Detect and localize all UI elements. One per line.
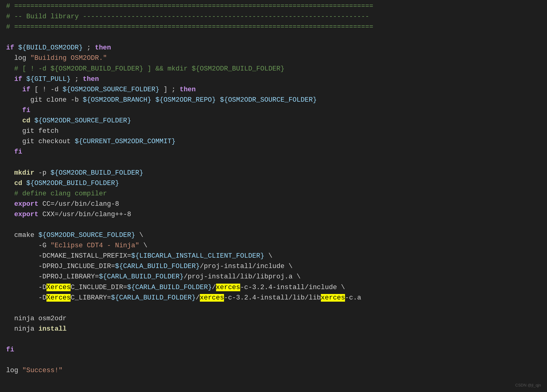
- code-line: -DPROJ_INCLUDE_DIR=${CARLA_BUILD_FOLDER}…: [6, 261, 541, 272]
- code-line: if [ ! -d ${OSM2ODR_SOURCE_FOLDER} ] ; t…: [6, 85, 541, 95]
- code-line: fi: [6, 105, 541, 116]
- code-line: [6, 355, 541, 365]
- code-line: mkdir -p ${OSM2ODR_BUILD_FOLDER}: [6, 168, 541, 178]
- code-line: git clone -b ${OSM2ODR_BRANCH} ${OSM2ODR…: [6, 95, 541, 105]
- code-line: log "Success!": [6, 365, 541, 376]
- code-line: if ${BUILD_OSM2ODR} ; then: [6, 43, 541, 53]
- code-line: -DCMAKE_INSTALL_PREFIX=${LIBCARLA_INSTAL…: [6, 251, 541, 261]
- code-line: [6, 303, 541, 314]
- code-line: cd ${OSM2ODR_SOURCE_FOLDER}: [6, 116, 541, 126]
- code-line: -DXercesC_INCLUDE_DIR=${CARLA_BUILD_FOLD…: [6, 282, 541, 293]
- code-line: export CC=/usr/bin/clang-8: [6, 199, 541, 209]
- code-line: # [ ! -d ${OSM2ODR_BUILD_FOLDER} ] && mk…: [6, 64, 541, 74]
- code-line: git checkout ${CURRENT_OSM2ODR_COMMIT}: [6, 136, 541, 147]
- code-line: fi: [6, 147, 541, 157]
- code-line: cmake ${OSM2ODR_SOURCE_FOLDER} \: [6, 230, 541, 241]
- code-line: # -- Build library ---------------------…: [6, 12, 541, 22]
- code-line: -DXercesC_LIBRARY=${CARLA_BUILD_FOLDER}/…: [6, 293, 541, 303]
- code-line: if ${GIT_PULL} ; then: [6, 74, 541, 85]
- code-line: git fetch: [6, 126, 541, 136]
- code-line: # define clang compiler: [6, 189, 541, 199]
- code-line: [6, 157, 541, 168]
- code-line: export CXX=/usr/bin/clang++-8: [6, 209, 541, 220]
- code-line: [6, 32, 541, 43]
- code-line: # ======================================…: [6, 1, 541, 12]
- code-line: [6, 334, 541, 345]
- code-line: ninja osm2odr: [6, 314, 541, 324]
- code-line: -DPROJ_LIBRARY=${CARLA_BUILD_FOLDER}/pro…: [6, 272, 541, 282]
- code-line: # ======================================…: [6, 22, 541, 32]
- code-line: cd ${OSM2ODR_BUILD_FOLDER}: [6, 178, 541, 189]
- code-editor: # ======================================…: [0, 0, 547, 382]
- code-line: fi: [6, 345, 541, 355]
- code-line: [6, 220, 541, 230]
- code-line: -G "Eclipse CDT4 - Ninja" \: [6, 241, 541, 251]
- code-line: log "Building OSM2ODR.": [6, 53, 541, 64]
- watermark: CSDN @jl_qjn: [515, 382, 541, 388]
- code-line: ninja install: [6, 324, 541, 334]
